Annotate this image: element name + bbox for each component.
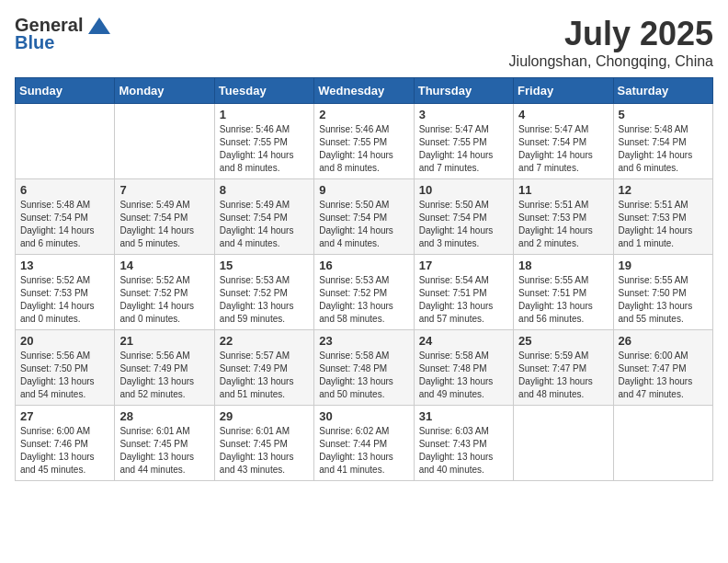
day-number: 13 bbox=[20, 259, 109, 272]
day-info: Sunrise: 5:53 AM Sunset: 7:52 PM Dayligh… bbox=[319, 274, 408, 326]
day-number: 4 bbox=[518, 108, 608, 121]
day-info: Sunrise: 5:52 AM Sunset: 7:53 PM Dayligh… bbox=[20, 274, 109, 326]
day-info: Sunrise: 6:03 AM Sunset: 7:43 PM Dayligh… bbox=[419, 425, 508, 477]
calendar-cell bbox=[115, 104, 214, 179]
calendar-cell: 27Sunrise: 6:00 AM Sunset: 7:46 PM Dayli… bbox=[16, 406, 115, 481]
day-info: Sunrise: 5:50 AM Sunset: 7:54 PM Dayligh… bbox=[319, 199, 408, 250]
day-info: Sunrise: 5:55 AM Sunset: 7:50 PM Dayligh… bbox=[619, 274, 708, 326]
calendar-cell bbox=[613, 406, 712, 481]
day-info: Sunrise: 6:00 AM Sunset: 7:47 PM Dayligh… bbox=[619, 350, 708, 401]
day-info: Sunrise: 5:49 AM Sunset: 7:54 PM Dayligh… bbox=[220, 199, 309, 250]
calendar-cell: 24Sunrise: 5:58 AM Sunset: 7:48 PM Dayli… bbox=[414, 330, 513, 406]
calendar-cell: 9Sunrise: 5:50 AM Sunset: 7:54 PM Daylig… bbox=[314, 179, 414, 255]
month-year-title: July 2025 bbox=[509, 15, 713, 53]
day-info: Sunrise: 5:56 AM Sunset: 7:49 PM Dayligh… bbox=[119, 350, 209, 401]
calendar-cell bbox=[514, 406, 613, 481]
weekday-header: Thursday bbox=[414, 78, 513, 104]
day-info: Sunrise: 5:49 AM Sunset: 7:54 PM Dayligh… bbox=[119, 199, 209, 250]
calendar-cell: 29Sunrise: 6:01 AM Sunset: 7:45 PM Dayli… bbox=[214, 406, 313, 481]
calendar-week-row: 1Sunrise: 5:46 AM Sunset: 7:55 PM Daylig… bbox=[16, 104, 713, 179]
day-number: 8 bbox=[220, 183, 309, 197]
day-number: 21 bbox=[119, 334, 209, 348]
day-number: 29 bbox=[220, 409, 309, 423]
day-info: Sunrise: 5:52 AM Sunset: 7:52 PM Dayligh… bbox=[119, 274, 209, 326]
day-info: Sunrise: 6:02 AM Sunset: 7:44 PM Dayligh… bbox=[319, 425, 408, 477]
calendar-cell: 25Sunrise: 5:59 AM Sunset: 7:47 PM Dayli… bbox=[514, 330, 613, 406]
day-number: 2 bbox=[319, 108, 408, 121]
day-number: 6 bbox=[20, 183, 109, 197]
day-number: 24 bbox=[419, 334, 508, 348]
calendar-cell: 16Sunrise: 5:53 AM Sunset: 7:52 PM Dayli… bbox=[314, 255, 414, 330]
day-number: 18 bbox=[518, 259, 608, 272]
weekday-header: Friday bbox=[514, 78, 613, 104]
day-number: 5 bbox=[619, 108, 708, 121]
day-number: 7 bbox=[119, 183, 209, 197]
calendar-cell: 6Sunrise: 5:48 AM Sunset: 7:54 PM Daylig… bbox=[16, 179, 115, 255]
calendar-cell: 18Sunrise: 5:55 AM Sunset: 7:51 PM Dayli… bbox=[514, 255, 613, 330]
day-number: 25 bbox=[518, 334, 608, 348]
weekday-header: Saturday bbox=[613, 78, 712, 104]
day-number: 19 bbox=[619, 259, 708, 272]
calendar-week-row: 13Sunrise: 5:52 AM Sunset: 7:53 PM Dayli… bbox=[16, 255, 713, 330]
day-number: 27 bbox=[20, 409, 109, 423]
day-info: Sunrise: 5:56 AM Sunset: 7:50 PM Dayligh… bbox=[20, 350, 109, 401]
calendar-cell: 5Sunrise: 5:48 AM Sunset: 7:54 PM Daylig… bbox=[613, 104, 712, 179]
day-number: 26 bbox=[619, 334, 708, 348]
calendar-cell: 31Sunrise: 6:03 AM Sunset: 7:43 PM Dayli… bbox=[414, 406, 513, 481]
day-number: 20 bbox=[20, 334, 109, 348]
day-info: Sunrise: 5:46 AM Sunset: 7:55 PM Dayligh… bbox=[319, 123, 408, 175]
day-info: Sunrise: 6:01 AM Sunset: 7:45 PM Dayligh… bbox=[119, 425, 209, 477]
calendar-week-row: 6Sunrise: 5:48 AM Sunset: 7:54 PM Daylig… bbox=[16, 179, 713, 255]
page-header: General Blue July 2025 Jiulongshan, Chon… bbox=[15, 15, 713, 70]
day-info: Sunrise: 5:47 AM Sunset: 7:54 PM Dayligh… bbox=[518, 123, 608, 175]
weekday-header: Monday bbox=[115, 78, 214, 104]
calendar-cell: 14Sunrise: 5:52 AM Sunset: 7:52 PM Dayli… bbox=[115, 255, 214, 330]
day-number: 12 bbox=[619, 183, 708, 197]
calendar-cell: 2Sunrise: 5:46 AM Sunset: 7:55 PM Daylig… bbox=[314, 104, 414, 179]
day-info: Sunrise: 6:00 AM Sunset: 7:46 PM Dayligh… bbox=[20, 425, 109, 477]
day-info: Sunrise: 5:55 AM Sunset: 7:51 PM Dayligh… bbox=[518, 274, 608, 326]
day-info: Sunrise: 5:48 AM Sunset: 7:54 PM Dayligh… bbox=[20, 199, 109, 250]
day-info: Sunrise: 5:47 AM Sunset: 7:55 PM Dayligh… bbox=[419, 123, 508, 175]
calendar-cell: 11Sunrise: 5:51 AM Sunset: 7:53 PM Dayli… bbox=[514, 179, 613, 255]
calendar-cell: 30Sunrise: 6:02 AM Sunset: 7:44 PM Dayli… bbox=[314, 406, 414, 481]
location-subtitle: Jiulongshan, Chongqing, China bbox=[509, 53, 713, 70]
day-number: 28 bbox=[119, 409, 209, 423]
calendar-cell: 13Sunrise: 5:52 AM Sunset: 7:53 PM Dayli… bbox=[16, 255, 115, 330]
day-number: 17 bbox=[419, 259, 508, 272]
calendar-cell: 10Sunrise: 5:50 AM Sunset: 7:54 PM Dayli… bbox=[414, 179, 513, 255]
logo: General Blue bbox=[15, 15, 112, 53]
weekday-header: Tuesday bbox=[214, 78, 313, 104]
calendar-cell: 21Sunrise: 5:56 AM Sunset: 7:49 PM Dayli… bbox=[115, 330, 214, 406]
logo-blue-text: Blue bbox=[15, 32, 54, 53]
calendar-cell bbox=[16, 104, 115, 179]
day-number: 11 bbox=[518, 183, 608, 197]
weekday-header: Sunday bbox=[16, 78, 115, 104]
calendar-cell: 15Sunrise: 5:53 AM Sunset: 7:52 PM Dayli… bbox=[214, 255, 313, 330]
day-number: 22 bbox=[220, 334, 309, 348]
day-number: 14 bbox=[119, 259, 209, 272]
day-info: Sunrise: 5:51 AM Sunset: 7:53 PM Dayligh… bbox=[518, 199, 608, 250]
day-info: Sunrise: 5:53 AM Sunset: 7:52 PM Dayligh… bbox=[220, 274, 309, 326]
calendar-cell: 17Sunrise: 5:54 AM Sunset: 7:51 PM Dayli… bbox=[414, 255, 513, 330]
calendar-cell: 28Sunrise: 6:01 AM Sunset: 7:45 PM Dayli… bbox=[115, 406, 214, 481]
day-info: Sunrise: 5:46 AM Sunset: 7:55 PM Dayligh… bbox=[220, 123, 309, 175]
calendar-week-row: 20Sunrise: 5:56 AM Sunset: 7:50 PM Dayli… bbox=[16, 330, 713, 406]
title-block: July 2025 Jiulongshan, Chongqing, China bbox=[509, 15, 713, 70]
day-info: Sunrise: 5:57 AM Sunset: 7:49 PM Dayligh… bbox=[220, 350, 309, 401]
day-info: Sunrise: 5:54 AM Sunset: 7:51 PM Dayligh… bbox=[419, 274, 508, 326]
day-info: Sunrise: 5:50 AM Sunset: 7:54 PM Dayligh… bbox=[419, 199, 508, 250]
day-number: 30 bbox=[319, 409, 408, 423]
day-number: 10 bbox=[419, 183, 508, 197]
weekday-header-row: SundayMondayTuesdayWednesdayThursdayFrid… bbox=[16, 78, 713, 104]
day-info: Sunrise: 6:01 AM Sunset: 7:45 PM Dayligh… bbox=[220, 425, 309, 477]
calendar-cell: 4Sunrise: 5:47 AM Sunset: 7:54 PM Daylig… bbox=[514, 104, 613, 179]
day-number: 23 bbox=[319, 334, 408, 348]
svg-marker-0 bbox=[88, 17, 110, 34]
calendar-cell: 12Sunrise: 5:51 AM Sunset: 7:53 PM Dayli… bbox=[613, 179, 712, 255]
calendar-cell: 23Sunrise: 5:58 AM Sunset: 7:48 PM Dayli… bbox=[314, 330, 414, 406]
calendar-cell: 8Sunrise: 5:49 AM Sunset: 7:54 PM Daylig… bbox=[214, 179, 313, 255]
weekday-header: Wednesday bbox=[314, 78, 414, 104]
day-number: 9 bbox=[319, 183, 408, 197]
calendar-cell: 19Sunrise: 5:55 AM Sunset: 7:50 PM Dayli… bbox=[613, 255, 712, 330]
